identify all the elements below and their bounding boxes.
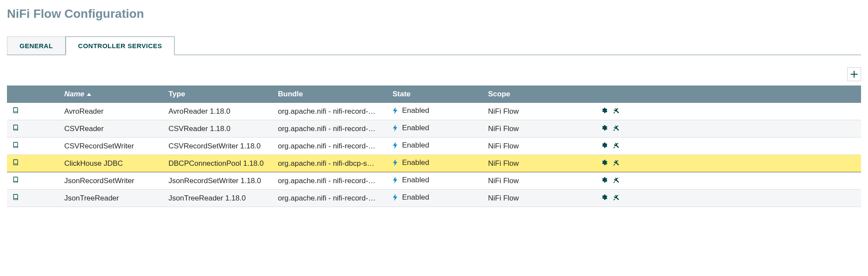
cell-name: JsonRecordSetWriter [59,172,163,190]
th-name-label: Name [64,90,84,99]
bolt-icon [393,177,398,184]
cell-scope: NiFi Flow [483,120,596,138]
configure-icon[interactable] [601,125,607,131]
table-row[interactable]: CSVReader CSVReader 1.18.0 org.apache.ni… [7,120,861,138]
cell-scope: NiFi Flow [483,103,596,120]
cell-scope: NiFi Flow [483,155,596,172]
configure-icon[interactable] [601,159,607,166]
th-docs [7,85,59,103]
docs-icon[interactable] [12,194,19,200]
tabs: GENERAL CONTROLLER SERVICES [7,36,861,55]
tab-controller-services[interactable]: CONTROLLER SERVICES [66,36,175,55]
configure-icon[interactable] [601,107,607,114]
manage-icon[interactable] [613,142,619,148]
cell-state: Enabled [393,193,429,202]
bolt-icon [393,142,398,149]
manage-icon[interactable] [613,107,619,114]
th-state[interactable]: State [387,85,483,103]
add-button[interactable] [847,67,861,81]
cell-name: ClickHouse JDBC [59,155,163,172]
table-row[interactable]: JsonRecordSetWriter JsonRecordSetWriter … [7,172,861,190]
tab-general[interactable]: GENERAL [7,36,66,55]
cell-bundle: org.apache.nifi - nifi-record-… [273,172,387,190]
table-row[interactable]: JsonTreeReader JsonTreeReader 1.18.0 org… [7,190,861,207]
th-bundle[interactable]: Bundle [273,85,387,103]
controller-services-table: Name Type Bundle State Scope AvroReader … [7,85,861,207]
bolt-icon [393,159,398,166]
bolt-icon [393,107,398,114]
cell-state: Enabled [393,176,429,184]
th-name[interactable]: Name [59,85,163,103]
manage-icon[interactable] [613,125,619,131]
cell-name: JsonTreeReader [59,190,163,207]
th-actions [596,85,861,103]
cell-name: AvroReader [59,103,163,120]
cell-bundle: org.apache.nifi - nifi-record-… [273,190,387,207]
table-row[interactable]: CSVRecordSetWriter CSVRecordSetWriter 1.… [7,138,861,155]
docs-icon[interactable] [12,124,19,131]
th-scope[interactable]: Scope [483,85,596,103]
cell-name: CSVRecordSetWriter [59,138,163,155]
docs-icon[interactable] [12,141,19,148]
cell-type: JsonTreeReader 1.18.0 [163,190,273,207]
table-row[interactable]: AvroReader AvroReader 1.18.0 org.apache.… [7,103,861,120]
cell-type: DBCPConnectionPool 1.18.0 [163,155,273,172]
cell-state: Enabled [393,124,429,132]
cell-bundle: org.apache.nifi - nifi-record-… [273,120,387,138]
manage-icon[interactable] [613,177,619,183]
state-label: Enabled [402,193,429,202]
docs-icon[interactable] [12,159,19,166]
cell-bundle: org.apache.nifi - nifi-record-… [273,138,387,155]
cell-state: Enabled [393,141,429,150]
state-label: Enabled [402,141,429,150]
cell-type: AvroReader 1.18.0 [163,103,273,120]
cell-bundle: org.apache.nifi - nifi-dbcp-s… [273,155,387,172]
configure-icon[interactable] [601,142,607,148]
cell-scope: NiFi Flow [483,172,596,190]
cell-name: CSVReader [59,120,163,138]
cell-type: JsonRecordSetWriter 1.18.0 [163,172,273,190]
table-header-row: Name Type Bundle State Scope [7,85,861,103]
state-label: Enabled [402,106,429,115]
cell-type: CSVReader 1.18.0 [163,120,273,138]
th-type[interactable]: Type [163,85,273,103]
cell-scope: NiFi Flow [483,190,596,207]
docs-icon[interactable] [12,176,19,183]
cell-scope: NiFi Flow [483,138,596,155]
manage-icon[interactable] [613,194,619,200]
cell-state: Enabled [393,158,429,167]
bolt-icon [393,194,398,201]
docs-icon[interactable] [12,107,19,114]
state-label: Enabled [402,176,429,184]
manage-icon[interactable] [613,159,619,166]
cell-bundle: org.apache.nifi - nifi-record-… [273,103,387,120]
cell-type: CSVRecordSetWriter 1.18.0 [163,138,273,155]
table-row[interactable]: ClickHouse JDBC DBCPConnectionPool 1.18.… [7,155,861,172]
state-label: Enabled [402,158,429,167]
cell-state: Enabled [393,106,429,115]
configure-icon[interactable] [601,194,607,200]
state-label: Enabled [402,124,429,132]
page-title: NiFi Flow Configuration [7,7,861,21]
sort-asc-icon [87,93,91,96]
plus-icon [851,71,858,78]
bolt-icon [393,125,398,131]
configure-icon[interactable] [601,177,607,183]
toolbar [7,67,861,81]
